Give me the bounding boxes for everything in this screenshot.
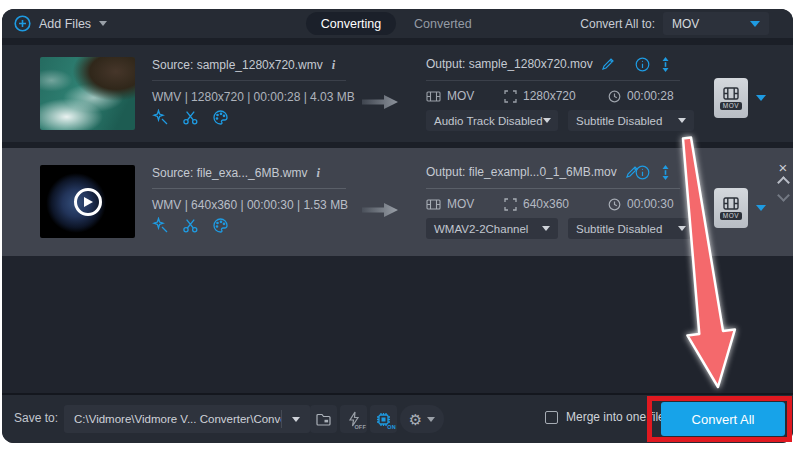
folder-icon [316,413,331,426]
top-toolbar: Add Files Converting Converted Convert A… [2,9,793,38]
format-badge: MOV [720,102,742,110]
chevron-down-icon [427,417,435,422]
video-thumbnail[interactable] [40,57,135,130]
chevron-down-icon [99,21,107,26]
divider [426,188,680,189]
file-list-empty-area [2,256,793,393]
source-line: Source: sample_1280x720.wmv i [152,58,335,73]
source-meta: WMV | 640x360 | 00:00:30 | 1.53 MB [152,198,348,212]
chevron-down-icon[interactable] [777,189,790,202]
video-thumbnail[interactable] [40,165,135,238]
chevron-down-icon [678,118,686,123]
output-format-button[interactable]: MOV [714,78,748,118]
scissors-icon[interactable] [182,109,199,126]
film-icon [426,199,441,210]
file-row[interactable]: Source: sample_1280x720.wmv i WMV | 1280… [2,45,793,142]
audio-track-select[interactable]: Audio Track Disabled [426,110,558,131]
pencil-icon[interactable] [601,57,615,71]
play-icon[interactable] [74,188,102,216]
save-path-value: C:\Vidmore\Vidmore V... Converter\Conver… [64,413,281,425]
transfer-arrow-icon [362,201,398,219]
duration-value: 00:00:30 [627,197,674,211]
tab-converted[interactable]: Converted [414,12,472,35]
subtitle-value: Subtitle Disabled [576,115,662,127]
app-window: Add Files Converting Converted Convert A… [2,9,793,443]
close-icon[interactable]: × [779,161,788,174]
chevron-down-icon [542,226,550,231]
open-folder-button[interactable] [310,405,337,433]
add-files-button[interactable]: Add Files [14,13,107,34]
edit-tools [152,109,229,126]
tab-converting[interactable]: Converting [306,12,396,35]
save-path-select[interactable]: C:\Vidmore\Vidmore V... Converter\Conver… [64,405,310,433]
magic-wand-icon[interactable] [152,217,169,234]
hardware-acceleration-button[interactable]: OFF [340,405,367,433]
scissors-icon[interactable] [182,217,199,234]
merge-checkbox[interactable] [545,411,558,424]
film-icon [723,197,739,210]
chevron-down-icon[interactable] [756,205,766,211]
clock-icon [608,198,621,211]
file-row[interactable]: Source: file_exa..._6MB.wmv i WMV | 640x… [2,148,793,256]
source-meta: WMV | 1280x720 | 00:00:28 | 4.03 MB [152,90,355,104]
duration-value: 00:00:28 [627,89,674,103]
resolution-value: 1280x720 [523,89,576,103]
source-line: Source: file_exa..._6MB.wmv i [152,166,320,181]
output-format-button[interactable]: MOV [714,188,748,228]
format-value: MOV [447,89,474,103]
film-icon [426,91,441,102]
resolution-field: 1280x720 [504,89,576,103]
edit-tools [152,217,229,234]
tab-converted-label: Converted [414,17,472,31]
gpu-acceleration-button[interactable]: ON [370,405,397,433]
chevron-down-icon[interactable] [756,95,766,101]
output-format-select[interactable]: MOV [663,12,769,35]
output-actions [635,57,672,72]
convert-all-to-label: Convert All to: [572,9,655,38]
output-meta: MOV 1280x720 00:00:28 [426,89,680,104]
tab-converting-label: Converting [321,17,381,31]
audio-track-value: WMAV2-2Channel [434,223,528,235]
transfer-arrow-icon [362,93,398,111]
divider [152,188,346,189]
info-icon[interactable]: i [316,166,319,181]
magic-wand-icon[interactable] [152,109,169,126]
resolution-value: 640x360 [523,197,569,211]
chevron-down-icon[interactable] [282,417,310,422]
divider [426,80,680,81]
save-to-label: Save to: [14,411,58,425]
settings-button[interactable]: ⚙ [400,405,444,433]
palette-icon[interactable] [212,109,229,126]
chevron-up-icon[interactable] [777,176,790,189]
source-filename: Source: sample_1280x720.wmv [152,58,323,72]
palette-icon[interactable] [212,217,229,234]
up-down-arrows-icon[interactable] [659,57,672,72]
format-value: MOV [447,197,474,211]
clock-icon [608,90,621,103]
info-icon[interactable]: i [332,58,335,73]
track-dropdowns: WMAV2-2Channel Subtitle Disabled [426,218,694,239]
output-format-value: MOV [672,17,699,31]
chip-state-label: ON [387,424,396,430]
info-circle-icon[interactable] [635,57,650,72]
output-filename: Output: sample_1280x720.mov [426,57,593,71]
up-down-arrows-icon[interactable] [659,165,672,180]
subtitle-select[interactable]: Subtitle Disabled [568,110,694,131]
audio-track-select[interactable]: WMAV2-2Channel [426,218,558,239]
gear-icon: ⚙ [409,412,422,427]
format-field: MOV [426,197,474,211]
plus-circle-icon [14,15,31,32]
subtitle-value: Subtitle Disabled [576,223,662,235]
format-field: MOV [426,89,474,103]
duration-field: 00:00:28 [608,89,674,103]
output-line: Output: sample_1280x720.mov [426,57,615,71]
add-files-label: Add Files [39,17,91,31]
red-highlight-box-annotation [647,396,792,442]
subtitle-select[interactable]: Subtitle Disabled [568,218,694,239]
output-line: Output: file_exampl...0_1_6MB.mov [426,165,639,179]
chevron-down-icon [543,118,551,123]
info-circle-icon[interactable] [635,165,650,180]
expand-icon [504,198,517,211]
output-actions [635,165,672,180]
play-triangle [84,197,93,207]
